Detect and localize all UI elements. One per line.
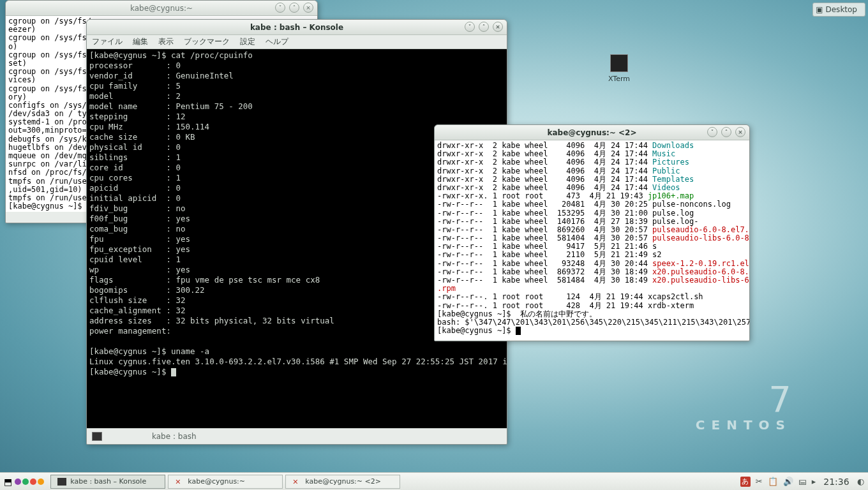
minimize-button[interactable]: ˅ [275, 3, 285, 13]
menu-item[interactable]: ヘルプ [266, 36, 288, 47]
maximize-button[interactable]: ˄ [289, 3, 299, 13]
menubar: ファイル編集表示ブックマーク設定ヘルプ [87, 35, 507, 49]
konsole-app-icon [57, 478, 66, 486]
taskbar-item[interactable]: kabe : bash – Konsole [50, 475, 165, 489]
menu-item[interactable]: 設定 [240, 36, 255, 47]
maximize-button[interactable]: ˄ [479, 22, 489, 32]
statusbar: kabe : bash [87, 428, 507, 443]
xterm-app-icon [292, 478, 301, 486]
system-tray: あ ✂ 📋 🔊 🖴 ▸ 21:36 ◐ [740, 477, 864, 487]
minimize-button[interactable]: ˅ [707, 127, 717, 137]
desktop-icon-label: XTerm [600, 75, 638, 83]
close-button[interactable]: × [493, 22, 503, 32]
taskbar-item-label: kabe@cygnus:~ [188, 477, 245, 486]
tab-label[interactable]: kabe : bash [152, 432, 197, 441]
close-button[interactable]: × [735, 127, 745, 137]
terminal-output[interactable]: drwxr-xr-x 2 kabe wheel 4096 4月 24 17:44… [435, 140, 749, 340]
logout-icon[interactable]: ◐ [857, 477, 864, 486]
tray-arrow-icon[interactable]: ▸ [812, 477, 816, 486]
show-desktop-button[interactable]: ▣ Desktop [812, 3, 865, 17]
titlebar[interactable]: kabe@cygnus:~ ˅ ˄ × [6, 1, 317, 16]
window-title: kabe : bash – Konsole [250, 23, 343, 32]
taskbar: ⬒ kabe : bash – Konsolekabe@cygnus:~kabe… [0, 472, 868, 490]
taskbar-item[interactable]: kabe@cygnus:~ [168, 475, 283, 489]
titlebar[interactable]: kabe@cygnus:~ <2> ˅ ˄ × [435, 125, 749, 140]
new-tab-button[interactable] [92, 432, 102, 441]
desktop-button-label: Desktop [826, 5, 858, 14]
scissors-icon[interactable]: ✂ [756, 477, 763, 486]
taskbar-item-label: kabe@cygnus:~ <2> [305, 477, 381, 486]
titlebar[interactable]: kabe : bash – Konsole ˅ ˄ × [87, 20, 507, 35]
menu-item[interactable]: 編集 [133, 36, 148, 47]
menu-item[interactable]: 表示 [158, 36, 174, 47]
close-button[interactable]: × [303, 3, 313, 13]
maximize-button[interactable]: ˄ [721, 127, 731, 137]
desktop-icon-xterm[interactable]: XTerm [600, 54, 638, 83]
pager[interactable] [15, 479, 44, 485]
desktop-icon: ▣ [816, 5, 823, 14]
menu-item[interactable]: ファイル [92, 36, 123, 47]
ime-indicator[interactable]: あ [740, 477, 751, 487]
minimize-button[interactable]: ˅ [465, 22, 475, 32]
clipboard-icon[interactable]: 📋 [768, 477, 778, 486]
window-xterm2[interactable]: kabe@cygnus:~ <2> ˅ ˄ × drwxr-xr-x 2 kab… [434, 124, 750, 341]
window-title: kabe@cygnus:~ <2> [547, 128, 636, 137]
centos-version: 7 [696, 382, 791, 417]
volume-icon[interactable]: 🔊 [783, 477, 793, 486]
menu-item[interactable]: ブックマーク [184, 36, 230, 47]
window-title: kabe@cygnus:~ [130, 4, 193, 13]
centos-name: CENTOS [696, 417, 791, 433]
xterm-app-icon [175, 478, 184, 486]
xterm-icon [610, 54, 628, 72]
taskbar-item[interactable]: kabe@cygnus:~ <2> [285, 475, 400, 489]
taskbar-item-label: kabe : bash – Konsole [70, 477, 146, 486]
clock[interactable]: 21:36 [823, 477, 849, 487]
device-icon[interactable]: 🖴 [798, 477, 807, 486]
kde-menu-icon[interactable]: ⬒ [4, 477, 12, 487]
centos-watermark: 7 CENTOS [696, 382, 791, 433]
